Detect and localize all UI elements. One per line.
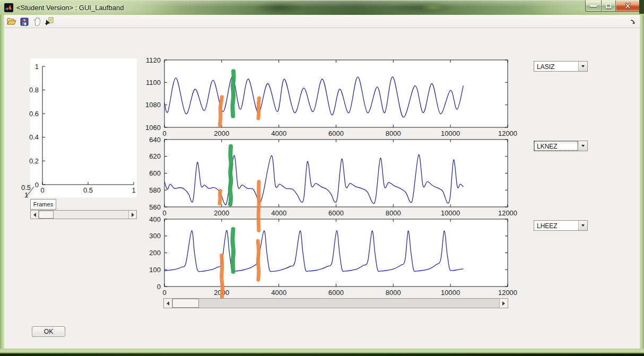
pan-button[interactable]	[32, 16, 42, 27]
plot-scrollbar[interactable]	[163, 298, 508, 308]
chevron-down-icon	[581, 224, 585, 227]
signal-dropdown-lasiz[interactable]: LASIZ	[534, 61, 588, 72]
desktop-corner	[639, 0, 644, 14]
close-icon	[624, 3, 632, 9]
signal-dropdown-lheez[interactable]: LHEEZ	[534, 220, 588, 231]
ok-button[interactable]: OK	[32, 326, 65, 337]
maximize-button[interactable]	[601, 1, 616, 12]
chevron-down-icon	[581, 65, 585, 67]
window-border-right	[640, 15, 644, 349]
scrollbar-right-arrow[interactable]	[499, 299, 508, 308]
window-controls	[585, 1, 640, 12]
figure-toolbar: S	[4, 15, 640, 28]
datatip-icon	[45, 17, 54, 26]
window-border-bottom	[0, 349, 644, 354]
left-triangle-icon	[33, 213, 36, 217]
window-border-left	[0, 15, 4, 349]
left-triangle-icon	[167, 301, 169, 306]
dropdown-value: LHEEZ	[537, 222, 558, 230]
titlebar-glass-highlight	[421, 4, 445, 11]
frames-label: Frames	[30, 199, 56, 210]
titlebar-glass-shade	[254, 2, 304, 14]
right-triangle-icon	[502, 301, 505, 306]
signal-dropdown-lknez[interactable]: LKNEZ	[534, 141, 588, 151]
matlab-icon	[4, 3, 13, 12]
open-file-button[interactable]	[6, 16, 17, 27]
dock-arrow-icon	[629, 19, 637, 26]
ok-button-label: OK	[44, 328, 53, 335]
frames-slider[interactable]	[30, 210, 137, 219]
minimize-button[interactable]	[585, 1, 601, 12]
dropdown-button[interactable]	[578, 221, 587, 230]
datatip-button[interactable]	[43, 16, 54, 27]
dock-figure-arrow[interactable]	[629, 19, 637, 26]
dropdown-button[interactable]	[578, 141, 587, 151]
chevron-down-icon	[581, 145, 585, 147]
save-button[interactable]: S	[19, 16, 30, 27]
dropdown-value: LKNEZ	[537, 143, 558, 150]
titlebar[interactable]: <Student Version> : GUI_Laufband	[0, 0, 644, 15]
window-title: <Student Version> : GUI_Laufband	[16, 4, 124, 12]
matlab-figure-window: <Student Version> : GUI_Laufband	[0, 0, 644, 354]
scrollbar-left-arrow[interactable]	[164, 299, 172, 308]
plot-scrollbar-thumb[interactable]	[172, 299, 199, 308]
open-folder-icon	[7, 18, 16, 25]
pan-hand-icon	[33, 17, 41, 26]
dropdown-value: LASIZ	[537, 63, 554, 71]
minimize-icon	[590, 5, 597, 7]
slider-left-arrow[interactable]	[31, 211, 39, 219]
dropdown-button[interactable]	[578, 62, 587, 71]
save-floppy-icon: S	[20, 18, 29, 26]
svg-text:S: S	[23, 19, 25, 22]
close-button[interactable]	[616, 1, 640, 12]
slider-right-arrow[interactable]	[128, 211, 136, 219]
frames-label-text: Frames	[33, 201, 53, 207]
maximize-icon	[606, 4, 611, 8]
desktop: <Student Version> : GUI_Laufband	[0, 0, 644, 356]
frames-slider-thumb[interactable]	[39, 211, 54, 219]
right-triangle-icon	[132, 213, 134, 217]
